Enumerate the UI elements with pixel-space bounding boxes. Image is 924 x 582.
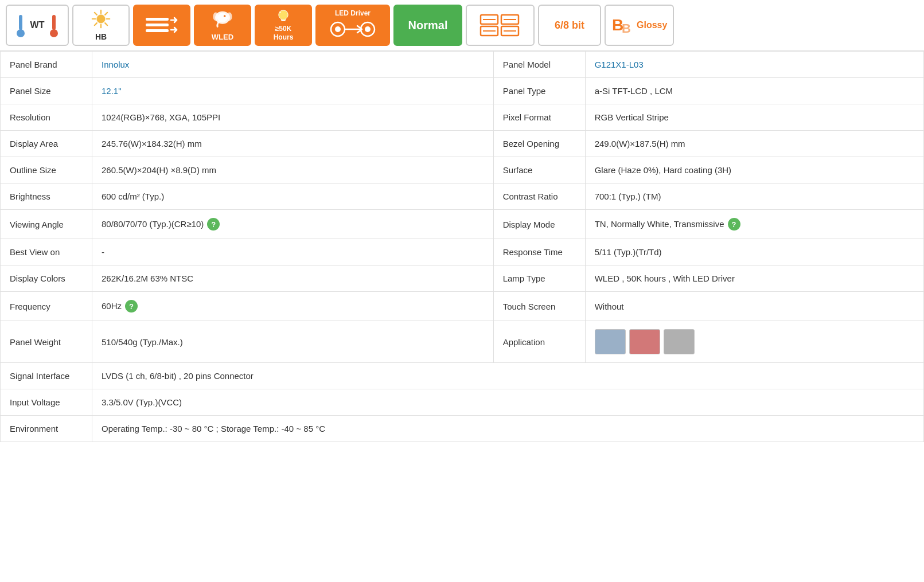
svg-point-27 bbox=[335, 26, 341, 32]
table-row: Panel Size12.1"Panel Typea-Si TFT-LCD , … bbox=[1, 78, 924, 104]
svg-point-22 bbox=[224, 15, 226, 17]
normal-badge[interactable]: Normal bbox=[393, 5, 462, 46]
68bit-label: 6/8 bit bbox=[555, 19, 584, 32]
row-value-right: WLED , 50K hours , With LED Driver bbox=[585, 265, 923, 292]
row-value-right: Glare (Haze 0%), Hard coating (3H) bbox=[585, 157, 923, 183]
row-label-right: Contrast Ratio bbox=[493, 183, 585, 210]
row-value-right: TN, Normally White, Transmissive? bbox=[585, 210, 923, 239]
row-label-right: Panel Type bbox=[493, 78, 585, 104]
wled-badge[interactable]: WLED bbox=[194, 5, 251, 46]
row-label-right: Response Time bbox=[493, 239, 585, 265]
row-label-left: Panel Brand bbox=[1, 52, 92, 78]
table-row: Best View on-Response Time5/11 (Typ.)(Tr… bbox=[1, 239, 924, 265]
row-label: Signal Interface bbox=[1, 363, 92, 389]
signal-layout-icon bbox=[479, 13, 521, 37]
row-link-left[interactable]: 12.1" bbox=[102, 86, 122, 96]
svg-point-21 bbox=[213, 13, 218, 21]
table-row: Input Voltage3.3/5.0V (Typ.)(VCC) bbox=[1, 389, 924, 416]
led-driver-label: LED Driver bbox=[317, 9, 389, 17]
row-value: 3.3/5.0V (Typ.)(VCC) bbox=[92, 389, 924, 416]
row-label-left: Panel Weight bbox=[1, 321, 92, 363]
laptop-app-icon bbox=[629, 329, 660, 354]
row-label-left: Best View on bbox=[1, 239, 92, 265]
svg-rect-17 bbox=[146, 29, 169, 32]
svg-rect-23 bbox=[281, 20, 285, 21]
row-label-left: Panel Size bbox=[1, 78, 92, 104]
table-row: Frequency60Hz?Touch ScreenWithout bbox=[1, 292, 924, 321]
row-value-right: RGB Vertical Stripe bbox=[585, 104, 923, 131]
thermometer-hot-icon bbox=[48, 13, 60, 38]
svg-line-25 bbox=[280, 12, 280, 13]
row-value-right: 249.0(W)×187.5(H) mm bbox=[585, 131, 923, 157]
sun-icon bbox=[90, 9, 112, 29]
signal-badge[interactable] bbox=[466, 5, 535, 46]
thermometer-cold-icon bbox=[14, 13, 27, 38]
svg-line-14 bbox=[95, 23, 97, 25]
svg-point-20 bbox=[227, 13, 232, 21]
row-value: Operating Temp.: -30 ~ 80 °C ; Storage T… bbox=[92, 416, 924, 442]
wt-badge[interactable]: WT bbox=[6, 5, 69, 46]
row-value: LVDS (1 ch, 6/8-bit) , 20 pins Connector bbox=[92, 363, 924, 389]
row-label-left: Outline Size bbox=[1, 157, 92, 183]
row-value-left: 80/80/70/70 (Typ.)(CR≥10)? bbox=[92, 210, 494, 239]
row-value-left: 60Hz? bbox=[92, 292, 494, 321]
wled-label: WLED bbox=[212, 33, 233, 41]
glossy-badge[interactable]: B B Glossy bbox=[605, 5, 674, 46]
table-row: Panel BrandInnoluxPanel ModelG121X1-L03 bbox=[1, 52, 924, 78]
industrial-app-icon bbox=[595, 329, 626, 354]
svg-rect-2 bbox=[20, 24, 22, 32]
gaming-app-icon bbox=[664, 329, 695, 354]
help-icon-right[interactable]: ? bbox=[728, 218, 740, 231]
row-label-right: Surface bbox=[493, 157, 585, 183]
row-label-left: Display Colors bbox=[1, 265, 92, 292]
glossy-icon: B B bbox=[611, 13, 634, 37]
row-label-right: Display Mode bbox=[493, 210, 585, 239]
row-value-left: 12.1" bbox=[92, 78, 494, 104]
svg-rect-24 bbox=[282, 21, 285, 22]
row-label-right: Bezel Opening bbox=[493, 131, 585, 157]
spec-table-wrap: Panel BrandInnoluxPanel ModelG121X1-L03P… bbox=[0, 51, 924, 442]
normal-label: Normal bbox=[408, 19, 448, 32]
row-link-right[interactable]: G121X1-L03 bbox=[595, 60, 644, 69]
row-label-left: Viewing Angle bbox=[1, 210, 92, 239]
row-label-right: Panel Model bbox=[493, 52, 585, 78]
table-row: Viewing Angle80/80/70/70 (Typ.)(CR≥10)?D… bbox=[1, 210, 924, 239]
svg-rect-15 bbox=[146, 18, 169, 21]
svg-line-12 bbox=[105, 23, 107, 25]
table-row: Signal InterfaceLVDS (1 ch, 6/8-bit) , 2… bbox=[1, 363, 924, 389]
help-icon-left[interactable]: ? bbox=[207, 218, 220, 231]
table-row: EnvironmentOperating Temp.: -30 ~ 80 °C … bbox=[1, 416, 924, 442]
bulb-icon bbox=[273, 9, 294, 21]
row-value-left: 260.5(W)×204(H) ×8.9(D) mm bbox=[92, 157, 494, 183]
row-value-left: - bbox=[92, 239, 494, 265]
lines-badge[interactable] bbox=[133, 5, 190, 46]
row-value-right: Without bbox=[585, 292, 923, 321]
row-label-left: Display Area bbox=[1, 131, 92, 157]
table-row: Brightness600 cd/m² (Typ.)Contrast Ratio… bbox=[1, 183, 924, 210]
table-row: Resolution1024(RGB)×768, XGA, 105PPIPixe… bbox=[1, 104, 924, 131]
row-value-right: 700:1 (Typ.) (TM) bbox=[585, 183, 923, 210]
row-link-left[interactable]: Innolux bbox=[102, 60, 129, 69]
hb-label: HB bbox=[95, 32, 107, 41]
table-row: Panel Weight510/540g (Typ./Max.)Applicat… bbox=[1, 321, 924, 363]
led-driver-badge[interactable]: LED Driver bbox=[315, 5, 390, 46]
svg-line-11 bbox=[95, 13, 97, 15]
svg-line-13 bbox=[105, 13, 107, 15]
table-row: Display Area245.76(W)×184.32(H) mmBezel … bbox=[1, 131, 924, 157]
help-icon-left[interactable]: ? bbox=[125, 300, 138, 313]
row-value-left: 262K/16.2M 63% NTSC bbox=[92, 265, 494, 292]
spec-table: Panel BrandInnoluxPanel ModelG121X1-L03P… bbox=[0, 51, 924, 442]
50k-badge[interactable]: ≥50KHours bbox=[255, 5, 312, 46]
row-value-left: 245.76(W)×184.32(H) mm bbox=[92, 131, 494, 157]
row-value-left: 600 cd/m² (Typ.) bbox=[92, 183, 494, 210]
svg-point-30 bbox=[365, 26, 371, 32]
row-value-right: a-Si TFT-LCD , LCM bbox=[585, 78, 923, 104]
68bit-badge[interactable]: 6/8 bit bbox=[538, 5, 601, 46]
table-row: Outline Size260.5(W)×204(H) ×8.9(D) mmSu… bbox=[1, 157, 924, 183]
app-icons bbox=[595, 329, 914, 354]
row-value-right: 5/11 (Typ.)(Tr/Td) bbox=[585, 239, 923, 265]
elephant-icon bbox=[210, 9, 235, 29]
row-label-right: Application bbox=[493, 321, 585, 363]
hb-badge[interactable]: HB bbox=[72, 5, 130, 46]
lines-arrows-icon bbox=[145, 14, 179, 36]
